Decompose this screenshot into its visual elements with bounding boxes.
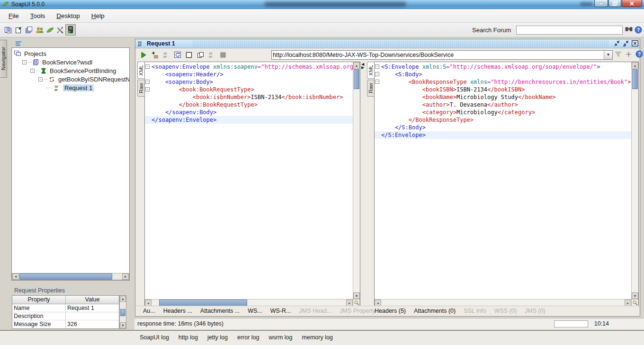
menu-tools[interactable]: Tools	[25, 10, 51, 21]
log-tab-memory-log[interactable]: memory log	[302, 334, 333, 341]
code-line[interactable]: </S:Envelope>	[375, 131, 631, 139]
close-panel-icon[interactable]	[632, 40, 638, 48]
log-tab-wsrm-log[interactable]: wsrm log	[269, 334, 293, 341]
expander-icon[interactable]: -	[30, 69, 35, 73]
request-inspector-tab-attachments[interactable]: Attachments ...	[200, 308, 240, 314]
request-vertical-scrollbar[interactable]: ▲ ▼	[353, 62, 360, 299]
scroll-thumb[interactable]	[19, 273, 112, 280]
fold-toggle-icon[interactable]: -	[145, 87, 150, 91]
tree-item-label[interactable]: getBookByISDNRequestNumber	[57, 76, 130, 83]
endpoint-combobox[interactable]: ▼	[271, 50, 613, 60]
code-line[interactable]: - <BookResponseType xmlns="http://benchr…	[375, 78, 631, 86]
search-forum-input[interactable]	[516, 26, 623, 35]
request-horizontal-scrollbar[interactable]: ◂ ▸	[145, 299, 353, 306]
minimize-panel-icon[interactable]	[614, 40, 620, 48]
request-inspector-tab-ws[interactable]: WS...	[248, 308, 262, 314]
clear-icon[interactable]	[183, 50, 195, 60]
log-tab-http-log[interactable]: http log	[179, 334, 198, 341]
menu-file[interactable]: File	[3, 10, 25, 21]
code-line[interactable]: </soapenv:Envelope>	[145, 116, 353, 124]
property-row[interactable]: Message Size326	[12, 320, 119, 328]
recreate-request-icon[interactable]: SOAP	[161, 50, 172, 60]
response-xml-editor[interactable]: -<S:Envelope xmlns:S="http://schemas.xml…	[375, 62, 631, 299]
response-inspector-tab-jms-0[interactable]: JMS (0)	[525, 308, 546, 314]
scroll-up-arrow[interactable]: ▲	[632, 62, 638, 69]
code-line[interactable]: </soapenv:Body>	[145, 109, 353, 116]
code-line[interactable]: -<soapenv:Envelope xmlns:soapenv="http:/…	[145, 63, 353, 71]
scroll-down-arrow[interactable]: ▼	[353, 292, 360, 299]
refresh-request-icon[interactable]	[172, 50, 183, 60]
code-line[interactable]: <soapenv:Header/>	[145, 71, 353, 78]
scroll-thumb[interactable]	[120, 309, 125, 316]
navigator-side-tab[interactable]: Navigator	[0, 40, 7, 78]
tree-item-label[interactable]: Projects	[23, 50, 48, 57]
code-line[interactable]: -<S:Envelope xmlns:S="http://schemas.xml…	[375, 63, 631, 71]
scroll-right-arrow[interactable]: ▸	[346, 300, 353, 306]
response-inspector-tab-attachments-0[interactable]: Attachments (0)	[414, 308, 456, 314]
cancel-request-icon[interactable]	[217, 50, 229, 60]
scroll-up-arrow[interactable]: ▲	[353, 62, 360, 69]
scroll-thumb[interactable]	[159, 300, 247, 306]
magnifier-icon[interactable]	[631, 299, 638, 306]
splitter-collapse-arrows[interactable]: ◀▶	[361, 63, 364, 69]
code-line[interactable]: - <S:Body>	[375, 71, 631, 78]
response-inspector-tab-ssl-info[interactable]: SSL Info	[464, 308, 486, 314]
tree-item[interactable]: -BookServicePortBinding	[12, 66, 129, 75]
properties-vertical-scrollbar[interactable]: ▲ ▼	[119, 295, 126, 329]
endpoint-edit-icon[interactable]	[615, 51, 622, 59]
log-tab-error-log[interactable]: error log	[237, 334, 259, 341]
scroll-left-arrow[interactable]: ◂	[12, 273, 19, 280]
code-line[interactable]: </S:Body>	[375, 124, 631, 131]
workspace-users-icon[interactable]	[34, 24, 45, 36]
magnifier-icon[interactable]	[353, 299, 360, 306]
tree-item-label[interactable]: BookService?wsdl	[41, 59, 94, 66]
fold-toggle-icon[interactable]: -	[145, 64, 150, 69]
expander-icon[interactable]: -	[38, 77, 43, 82]
tree-item-label[interactable]: BookServicePortBinding	[48, 67, 117, 74]
response-vertical-scrollbar[interactable]: ▲ ▼	[631, 62, 638, 299]
scroll-thumb[interactable]	[632, 69, 638, 89]
property-row[interactable]: Description	[12, 312, 119, 320]
tree-horizontal-scrollbar[interactable]: ◂ ▸	[12, 273, 129, 280]
scroll-left-arrow[interactable]: ◂	[145, 300, 152, 306]
fold-toggle-icon[interactable]: -	[145, 80, 150, 84]
response-tab-xml[interactable]: XML	[367, 62, 374, 79]
response-horizontal-scrollbar[interactable]: ◂ ▸	[375, 299, 631, 306]
scroll-left-arrow[interactable]: ◂	[375, 300, 381, 306]
request-tab-xml[interactable]: XML	[137, 62, 144, 79]
property-value[interactable]: Request 1	[66, 304, 119, 312]
help-icon[interactable]: ?	[635, 26, 642, 35]
request-window-titlebar[interactable]: SOAP Request 1	[135, 39, 640, 48]
response-inspector-tab-wss-0[interactable]: WSS (0)	[494, 308, 517, 314]
request-inspector-tab-au[interactable]: Au...	[143, 308, 155, 314]
editor-splitter[interactable]: ◀▶	[360, 62, 367, 307]
soapui-icon[interactable]	[45, 24, 55, 36]
log-tab-jetty-log[interactable]: jetty log	[207, 334, 228, 341]
code-line[interactable]: <category>Microbiology</category>	[375, 109, 631, 116]
maximize-panel-icon[interactable]	[623, 40, 629, 48]
request-inspector-tab-jms-head[interactable]: JMS Head...	[299, 308, 332, 314]
code-line[interactable]: </book:BookRequestType>	[145, 101, 353, 109]
save-all-projects-icon[interactable]	[24, 24, 34, 36]
code-line[interactable]: <author>T. Devasena</author>	[375, 101, 631, 109]
copy-icon[interactable]	[195, 50, 206, 60]
import-project-icon[interactable]	[13, 24, 24, 36]
expander-icon[interactable]: -	[22, 60, 27, 64]
tree-item[interactable]: -getBookByISDNRequestNumber	[12, 75, 129, 83]
response-inspector-tab-headers-5[interactable]: Headers (5)	[375, 308, 406, 314]
menu-help[interactable]: Help	[86, 10, 110, 21]
scroll-up-arrow[interactable]: ▲	[120, 296, 126, 302]
binoculars-search-icon[interactable]	[625, 26, 633, 34]
add-to-testcase-icon[interactable]	[149, 50, 161, 60]
code-line[interactable]: - <soapenv:Body>	[145, 78, 353, 86]
code-line[interactable]: <bookName>Microbiology Study</bookName>	[375, 93, 631, 101]
preferences-icon[interactable]	[55, 24, 65, 36]
tree-options-icon[interactable]	[15, 41, 22, 48]
code-line[interactable]: <bookISBN>ISBN-2134</bookISBN>	[375, 86, 631, 93]
property-row[interactable]: NameRequest 1	[12, 304, 119, 312]
request-xml-editor[interactable]: -<soapenv:Envelope xmlns:soapenv="http:/…	[145, 62, 353, 299]
fold-toggle-icon[interactable]: -	[375, 80, 379, 84]
minimize-button[interactable]	[594, 0, 608, 7]
scroll-right-arrow[interactable]: ▸	[122, 273, 129, 280]
response-tab-raw[interactable]: Raw	[367, 80, 374, 97]
